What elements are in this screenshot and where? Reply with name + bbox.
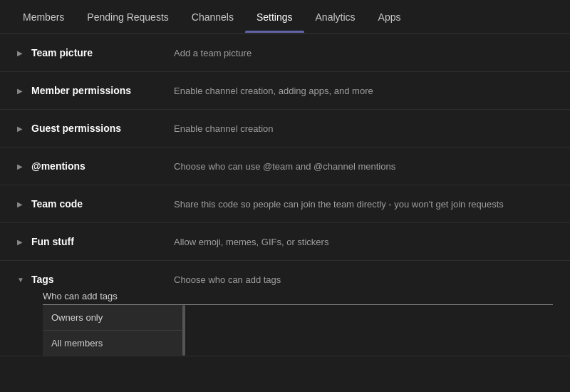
nav-analytics[interactable]: Analytics (304, 1, 367, 33)
nav-apps[interactable]: Apps (367, 1, 413, 33)
nav-members[interactable]: Members (11, 1, 76, 33)
row-title-team-picture: Team picture (31, 47, 93, 58)
settings-row-fun-stuff[interactable]: ▶ Fun stuff Allow emoji, memes, GIFs, or… (0, 223, 570, 261)
row-desc-team-picture: Add a team picture (174, 47, 553, 58)
row-desc-member-permissions: Enable channel creation, adding apps, an… (174, 85, 553, 96)
nav-pending-requests[interactable]: Pending Requests (76, 1, 180, 33)
dropdown-option-owners-only[interactable]: Owners only (43, 305, 185, 331)
settings-section-tags: ▼ Tags Choose who can add tags Who can a… (0, 261, 570, 356)
nav-channels[interactable]: Channels (180, 1, 245, 33)
row-title-member-permissions: Member permissions (31, 85, 131, 96)
dropdown-label: Who can add tags (43, 291, 553, 301)
tags-body: Who can add tags Owners only All members (0, 285, 570, 356)
app-container: Members Pending Requests Channels Settin… (0, 0, 570, 356)
row-left-team-picture: ▶ Team picture (17, 47, 174, 58)
row-left-team-code: ▶ Team code (17, 198, 174, 210)
row-title-mentions: @mentions (31, 160, 86, 172)
row-desc-fun-stuff: Allow emoji, memes, GIFs, or stickers (174, 236, 553, 247)
settings-row-team-picture[interactable]: ▶ Team picture Add a team picture (0, 34, 570, 72)
chevron-right-icon: ▶ (17, 125, 26, 133)
dropdown-scrollbar[interactable] (182, 305, 185, 356)
chevron-down-icon: ▼ (17, 276, 26, 284)
settings-content: ▶ Team picture Add a team picture ▶ Memb… (0, 34, 570, 356)
chevron-right-icon: ▶ (17, 87, 26, 95)
settings-row-guest-permissions[interactable]: ▶ Guest permissions Enable channel creat… (0, 110, 570, 148)
row-left-mentions: ▶ @mentions (17, 160, 174, 172)
chevron-right-icon: ▶ (17, 200, 26, 208)
settings-row-team-code[interactable]: ▶ Team code Share this code so people ca… (0, 185, 570, 223)
row-left-member-permissions: ▶ Member permissions (17, 85, 174, 96)
dropdown-option-all-members[interactable]: All members (43, 331, 185, 356)
row-desc-guest-permissions: Enable channel creation (174, 123, 553, 134)
chevron-right-icon: ▶ (17, 49, 26, 57)
row-left-fun-stuff: ▶ Fun stuff (17, 236, 174, 247)
nav-settings[interactable]: Settings (245, 1, 304, 33)
settings-row-member-permissions[interactable]: ▶ Member permissions Enable channel crea… (0, 72, 570, 110)
settings-row-mentions[interactable]: ▶ @mentions Choose who can use @team and… (0, 148, 570, 185)
dropdown-container[interactable]: Owners only All members (43, 305, 185, 356)
row-title-team-code: Team code (31, 198, 83, 210)
row-title-fun-stuff: Fun stuff (31, 236, 74, 247)
row-title-guest-permissions: Guest permissions (31, 123, 121, 134)
tags-header-content: ▼ Tags Choose who can add tags (17, 274, 553, 285)
row-title-tags: Tags (31, 274, 54, 285)
row-left-guest-permissions: ▶ Guest permissions (17, 123, 174, 134)
top-nav: Members Pending Requests Channels Settin… (0, 0, 570, 34)
tags-header-desc: Choose who can add tags (174, 274, 281, 285)
tags-header-left: ▼ Tags (17, 274, 174, 285)
settings-row-tags[interactable]: ▼ Tags Choose who can add tags (0, 261, 570, 285)
chevron-right-icon: ▶ (17, 238, 26, 246)
row-desc-team-code: Share this code so people can join the t… (174, 198, 553, 210)
chevron-right-icon: ▶ (17, 163, 26, 170)
row-desc-mentions: Choose who can use @team and @channel me… (174, 160, 553, 172)
